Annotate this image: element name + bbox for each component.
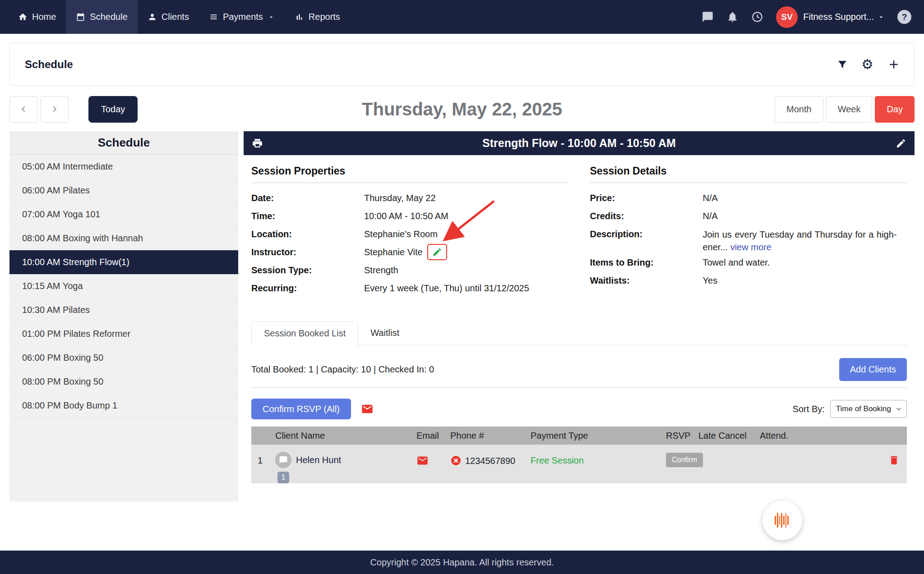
email-all-icon[interactable] xyxy=(361,403,374,415)
attend-cell xyxy=(760,445,883,483)
footer: Copyright © 2025 Hapana. All rights rese… xyxy=(0,551,924,574)
prop-label: Waitlists: xyxy=(590,271,703,289)
clock-icon[interactable] xyxy=(751,11,763,23)
calendar-icon xyxy=(76,12,85,22)
session-list-item[interactable]: 05:00 AM Intermediate xyxy=(9,155,238,179)
edit-instructor-highlight-box xyxy=(427,244,447,260)
bell-icon[interactable] xyxy=(726,11,739,23)
nav-item-reports[interactable]: Reports xyxy=(285,0,350,34)
month-view-button[interactable]: Month xyxy=(775,96,823,123)
nav-item-payments[interactable]: Payments xyxy=(199,0,285,34)
help-icon[interactable]: ? xyxy=(897,10,911,24)
nav-label-payments: Payments xyxy=(223,12,263,22)
prop-value-price: N/A xyxy=(703,189,718,207)
avatar: SV xyxy=(776,6,798,28)
client-email-icon[interactable] xyxy=(416,455,450,467)
chevron-down-icon xyxy=(878,14,885,21)
prop-value-instructor: Stephanie Vite xyxy=(364,243,423,261)
confirm-rsvp-all-button[interactable]: Confirm RSVP (All) xyxy=(251,399,351,419)
prop-label: Date: xyxy=(251,189,364,207)
session-list-item[interactable]: 06:00 AM Pilates xyxy=(9,179,238,202)
week-view-button[interactable]: Week xyxy=(826,96,873,123)
prop-value-location: Stephanie's Room xyxy=(364,225,438,243)
nav-label-schedule: Schedule xyxy=(90,12,127,22)
section-title: Session Properties xyxy=(251,165,568,183)
print-icon[interactable] xyxy=(252,138,263,149)
sidebar-title: Schedule xyxy=(9,131,238,155)
session-header-bar: Strength Flow - 10:00 AM - 10:50 AM xyxy=(244,131,915,155)
session-list-item-active[interactable]: 10:00 AM Strength Flow(1) xyxy=(9,250,238,274)
filter-icon[interactable] xyxy=(837,59,848,70)
prop-value-waitlists: Yes xyxy=(703,271,718,289)
edit-session-icon[interactable] xyxy=(896,138,906,149)
payments-icon xyxy=(209,12,218,22)
session-list-item[interactable]: 07:00 AM Yoga 101 xyxy=(9,202,238,226)
add-clients-button[interactable]: Add Clients xyxy=(839,358,907,381)
session-list-item[interactable]: 08:00 PM Body Bump 1 xyxy=(9,394,238,418)
user-menu[interactable]: SV Fitness Support... xyxy=(776,6,885,28)
client-link[interactable]: Helen Hunt xyxy=(275,452,416,468)
nav-label-reports: Reports xyxy=(309,12,340,22)
chevron-down-icon xyxy=(268,14,275,21)
table-header-row: Client Name Email Phone # Payment Type R… xyxy=(251,427,907,445)
tab-session-booked-list[interactable]: Session Booked List xyxy=(251,321,358,345)
prop-label: Credits: xyxy=(590,207,703,225)
day-view-button[interactable]: Day xyxy=(875,96,915,123)
client-name: Helen Hunt xyxy=(296,455,341,465)
plus-icon[interactable] xyxy=(887,58,901,71)
view-more-link[interactable]: view more xyxy=(730,242,772,252)
prop-value-items-to-bring: Towel and water. xyxy=(703,253,770,271)
bar-chart-icon xyxy=(295,12,304,22)
prop-label: Instructor: xyxy=(251,243,364,261)
tab-waitlist[interactable]: Waitlist xyxy=(358,321,411,345)
sort-by-select[interactable]: Time of Booking xyxy=(830,400,907,418)
client-avatar xyxy=(275,452,291,468)
session-list-item[interactable]: 10:30 AM Pilates xyxy=(9,298,238,322)
main-nav: Home Schedule Clients Payments Reports xyxy=(8,0,350,34)
session-list-item[interactable]: 10:15 AM Yoga xyxy=(9,274,238,298)
session-list-item[interactable]: 08:00 PM Boxing 50 xyxy=(9,370,238,394)
col-header-payment-type: Payment Type xyxy=(531,431,666,441)
prop-value-session-type: Strength xyxy=(364,261,398,279)
gear-icon[interactable]: ⚙ xyxy=(861,58,873,71)
copyright-text: Copyright © 2025 Hapana. All rights rese… xyxy=(370,557,554,568)
session-list-item[interactable]: 06:00 PM Boxing 50 xyxy=(9,346,238,370)
checkin-scan-button[interactable] xyxy=(762,501,802,540)
prop-label: Location: xyxy=(251,225,364,243)
nav-item-clients[interactable]: Clients xyxy=(138,0,199,34)
nav-item-home[interactable]: Home xyxy=(8,0,66,34)
person-icon xyxy=(148,12,157,22)
view-switcher: Month Week Day xyxy=(775,96,915,123)
col-header-phone: Phone # xyxy=(450,431,531,441)
page-title: Schedule xyxy=(25,58,73,71)
rsvp-confirm-button[interactable]: Confirm xyxy=(666,453,703,467)
col-header-late-cancel: Late Cancel xyxy=(698,431,760,441)
home-icon xyxy=(18,12,28,22)
today-button[interactable]: Today xyxy=(88,96,138,123)
prop-value-date: Thursday, May 22 xyxy=(364,189,436,207)
prop-value-recurring: Every 1 week (Tue, Thu) until 31/12/2025 xyxy=(364,279,529,297)
prop-label: Items to Bring: xyxy=(590,253,703,271)
date-navigation: Today Thursday, May 22, 2025 Month Week … xyxy=(9,96,915,123)
col-header-attend: Attend. xyxy=(760,431,883,441)
session-detail-panel: Strength Flow - 10:00 AM - 10:50 AM Sess… xyxy=(244,131,915,540)
col-header-rsvp: RSVP xyxy=(666,431,698,441)
client-phone: 1234567890 xyxy=(465,455,515,467)
sort-by-label: Sort By: xyxy=(793,404,825,414)
nav-item-schedule[interactable]: Schedule xyxy=(66,0,137,34)
session-details-section: Session Details Price:N/A Credits:N/A De… xyxy=(590,165,907,297)
payment-type: Free Session xyxy=(531,445,666,483)
pass-count-badge: 1 xyxy=(277,472,289,483)
col-header-client-name: Client Name xyxy=(275,431,416,441)
barcode-icon xyxy=(773,511,792,529)
session-list-item[interactable]: 01:00 PM Pilates Reformer xyxy=(9,322,238,346)
chat-icon[interactable] xyxy=(702,11,714,23)
prop-value-time: 10:00 AM - 10:50 AM xyxy=(364,207,448,225)
session-list-item[interactable]: 08:00 AM Boxing with Hannah xyxy=(9,226,238,250)
edit-instructor-icon[interactable] xyxy=(432,247,442,257)
page: Home Schedule Clients Payments Reports xyxy=(0,0,924,574)
table-row: 1 Helen Hunt 1 xyxy=(251,445,907,483)
delete-booking-icon[interactable] xyxy=(888,455,900,483)
session-title: Strength Flow - 10:00 AM - 10:50 AM xyxy=(244,137,915,150)
divider xyxy=(251,387,907,388)
